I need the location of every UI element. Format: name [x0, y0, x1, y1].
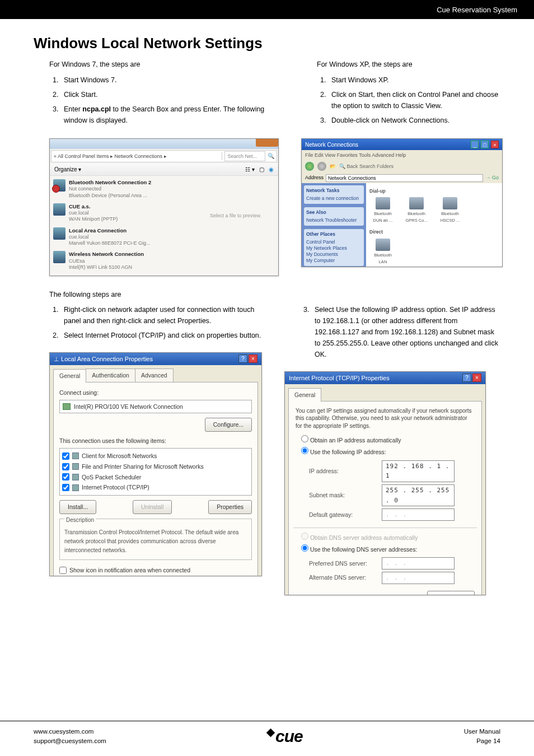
install-button[interactable]: Install...	[59, 500, 96, 514]
sidebar-item[interactable]: Control Panel	[306, 239, 362, 245]
page-heading: Windows Local Network Settings	[34, 35, 500, 52]
tabs[interactable]: General	[288, 388, 482, 401]
window-title: Network Connections	[305, 141, 358, 148]
sidebar-heading: Network Tasks	[306, 188, 362, 194]
preferred-dns-input[interactable]: . . .	[382, 557, 455, 570]
tab-advanced[interactable]: Advanced	[135, 368, 174, 382]
tab-authentication[interactable]: Authentication	[86, 368, 135, 382]
sidebar-heading: See Also	[306, 209, 362, 216]
tabs[interactable]: General Authentication Advanced	[53, 368, 258, 382]
search-icon[interactable]: 🔍	[268, 152, 274, 161]
advanced-button[interactable]: Advanced...	[427, 591, 475, 595]
sidebar: Network Tasks Create a new connection Se…	[302, 183, 366, 267]
connection-item[interactable]: CUE a.s. cue.local WAN Miniport (PPTP)	[69, 203, 118, 223]
organize-menu[interactable]: Organize ▾	[54, 165, 81, 174]
following-heading: The following steps are	[49, 291, 500, 298]
preview-hint: Select a file to preview.	[210, 212, 261, 220]
preferred-dns-label: Preferred DNS server:	[309, 559, 382, 568]
description-label: Description	[64, 516, 96, 525]
xp-network-connections-screenshot: Network Connections _ □ × File Edit View…	[301, 138, 503, 267]
breadcrumb[interactable]: « All Control Panel Items ▸ Network Conn…	[54, 152, 167, 160]
service-icon	[72, 463, 79, 470]
group-heading: Direct	[369, 228, 499, 236]
sidebar-item[interactable]: Network Troubleshooter	[306, 217, 362, 223]
help-icon[interactable]: ?	[462, 374, 471, 382]
service-icon	[72, 474, 79, 480]
xp-step: Start Windows XP.	[328, 74, 503, 86]
connect-using-label: Connect using:	[59, 388, 252, 398]
close-icon[interactable]: ×	[249, 354, 257, 363]
lac-properties-screenshot: ⊥ Local Area Connection Properties ? × G…	[49, 352, 262, 576]
item-checkbox[interactable]	[62, 463, 69, 470]
xp-steps-list: Start Windows XP. Click on Start, then c…	[328, 74, 503, 126]
obtain-ip-radio[interactable]	[301, 435, 308, 442]
search-input[interactable]: Search Net...	[224, 151, 265, 161]
address-input[interactable]	[326, 174, 483, 182]
show-icon-checkbox[interactable]	[59, 567, 67, 574]
obtain-dns-radio	[301, 533, 308, 540]
forward-icon[interactable]	[317, 162, 326, 171]
back-icon[interactable]	[305, 162, 314, 171]
close-icon[interactable]: ×	[472, 374, 481, 382]
alternate-dns-input[interactable]: . . .	[382, 572, 455, 584]
view-icon[interactable]: ☷ ▾	[245, 165, 255, 174]
adapter-name: Intel(R) PRO/100 VE Network Connection	[74, 402, 183, 412]
protocol-icon	[72, 484, 79, 491]
tcpip-properties-screenshot: Internet Protocol (TCP/IP) Properties ? …	[284, 371, 486, 595]
footer-url: www.cuesystem.com	[34, 727, 106, 736]
win7-step: Click Start.	[60, 89, 279, 100]
connection-item[interactable]: Bluetooth GPRS Co...	[403, 197, 430, 224]
minimize-icon[interactable]: _	[471, 141, 479, 148]
subnet-mask-label: Subnet mask:	[309, 491, 382, 500]
win7-network-connections-screenshot: « All Control Panel Items ▸ Network Conn…	[49, 138, 279, 276]
connection-item[interactable]: Bluetooth DUN ab ...	[369, 197, 396, 224]
connection-item[interactable]: Wireless Network Connection CUEsa Intel(…	[69, 251, 144, 270]
bluetooth-icon[interactable]	[53, 179, 65, 192]
sidebar-item[interactable]: My Network Places	[306, 245, 362, 251]
search-button[interactable]: 🔍 Back Search Folders	[339, 162, 394, 170]
help-icon[interactable]: ◉	[269, 165, 274, 174]
alternate-dns-label: Alternate DNS server:	[309, 573, 382, 582]
preview-icon[interactable]: ▢	[259, 165, 264, 174]
up-icon[interactable]: 📂	[330, 162, 336, 170]
item-checkbox[interactable]	[62, 473, 69, 480]
items-label: This connection uses the following items…	[59, 436, 252, 446]
following-right-list: Select Use the following IP address opti…	[311, 304, 500, 360]
subnet-mask-input[interactable]: 255 . 255 . 255 . 0	[382, 484, 455, 506]
following-step: Select Use the following IP address opti…	[311, 304, 500, 360]
connection-item[interactable]: Bluetooth Network Connection 2 Not conne…	[69, 179, 151, 199]
properties-button[interactable]: Properties	[208, 500, 252, 514]
use-dns-radio[interactable]	[301, 544, 308, 552]
gateway-input[interactable]: . . .	[382, 508, 455, 521]
win7-intro: For Windows 7, the steps are	[49, 59, 279, 70]
connection-items-list[interactable]: Client for Microsoft Networks File and P…	[59, 448, 252, 496]
menu-bar[interactable]: File Edit View Favorites Tools Advanced …	[302, 150, 502, 160]
sidebar-item[interactable]: My Documents	[306, 251, 362, 258]
tab-general[interactable]: General	[288, 388, 321, 402]
sidebar-item[interactable]: Create a new connection	[306, 195, 362, 202]
configure-button[interactable]: Configure...	[205, 418, 252, 432]
toolbar[interactable]: 📂 🔍 Back Search Folders	[302, 160, 502, 172]
sidebar-item[interactable]: My Computer	[306, 258, 362, 264]
maximize-icon[interactable]: □	[481, 141, 489, 148]
window-title: Local Area Connection Properties	[61, 356, 153, 362]
vpn-icon[interactable]	[53, 203, 65, 216]
go-button[interactable]: → Go	[485, 174, 499, 181]
connection-item[interactable]: Bluetooth LAN Connection ...	[369, 239, 396, 267]
footer-email: support@cuesystem.com	[34, 736, 106, 746]
show-icon-label: Show icon in notification area when conn…	[69, 566, 190, 575]
wifi-icon[interactable]	[53, 251, 65, 263]
ethernet-icon[interactable]	[53, 227, 65, 240]
product-title: Cue Reservation System	[437, 6, 517, 14]
ip-address-input[interactable]: 192 . 168 . 1 . 1	[382, 460, 455, 482]
tab-general[interactable]: General	[53, 369, 86, 382]
connection-item[interactable]: Bluetooth HSCSD ...	[437, 197, 463, 224]
help-icon[interactable]: ?	[238, 354, 247, 363]
close-icon[interactable]: ×	[491, 141, 499, 148]
item-checkbox[interactable]	[62, 484, 69, 491]
item-checkbox[interactable]	[62, 452, 69, 460]
use-ip-radio[interactable]	[301, 447, 308, 454]
uninstall-button[interactable]: Uninstall	[133, 500, 172, 514]
connection-item[interactable]: Local Area Connection cue.local Marvell …	[69, 227, 150, 247]
close-icon[interactable]	[256, 139, 278, 147]
